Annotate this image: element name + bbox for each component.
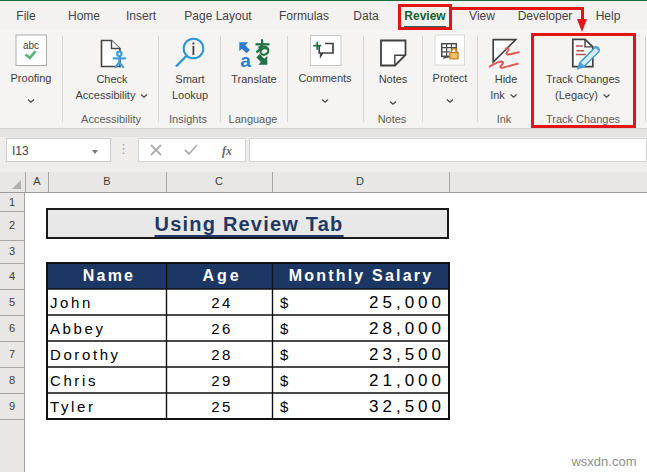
svg-text:fx: fx [222, 144, 232, 158]
svg-text:a: a [240, 50, 251, 71]
svg-text:abc: abc [23, 40, 39, 51]
